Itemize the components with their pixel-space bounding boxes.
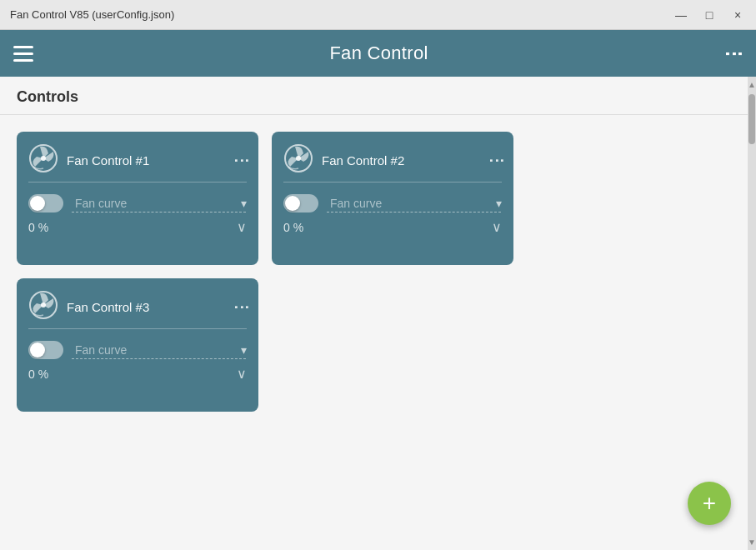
card-title-2: Fan Control #2: [322, 153, 482, 168]
fan-speed-icon-2: [283, 143, 313, 177]
content-wrapper: Controls Fan Control #1 ⋮ Fan curve ▾ 0 …: [0, 77, 756, 550]
app-header: Fan Control ⋮: [0, 30, 756, 77]
toggle-thumb-1: [30, 196, 45, 211]
scrollbar[interactable]: ▲ ▼: [748, 77, 756, 550]
toggle-thumb-2: [285, 196, 300, 211]
card-title-1: Fan Control #1: [67, 153, 227, 168]
toggle-switch-1[interactable]: [28, 194, 63, 212]
svg-point-3: [296, 156, 301, 161]
scroll-thumb-area: [748, 91, 756, 536]
fan-speed-icon-1: [28, 143, 58, 177]
title-bar: Fan Control V85 (userConfig.json) — □ ×: [0, 0, 756, 30]
app-title: Fan Control: [329, 42, 428, 64]
card-header-1: Fan Control #1 ⋮: [28, 143, 247, 182]
expand-button-3[interactable]: ∨: [237, 366, 247, 382]
add-control-button[interactable]: +: [688, 482, 731, 525]
card-control-row-2: Fan curve ▾: [283, 194, 502, 212]
toggle-thumb-3: [30, 342, 45, 358]
card-menu-button-3[interactable]: ⋮: [235, 298, 247, 315]
percent-value-2: 0 %: [283, 221, 303, 234]
percent-row-2: 0 % ∨: [283, 219, 502, 235]
toggle-switch-2[interactable]: [283, 194, 318, 212]
expand-button-2[interactable]: ∨: [492, 219, 502, 235]
scroll-up-arrow[interactable]: ▲: [746, 78, 756, 91]
card-menu-button-1[interactable]: ⋮: [235, 152, 247, 168]
card-menu-button-2[interactable]: ⋮: [490, 152, 502, 168]
svg-point-5: [41, 302, 46, 308]
dropdown-arrow-2: ▾: [496, 197, 502, 210]
fan-card-2: Fan Control #2 ⋮ Fan curve ▾ 0 % ∨: [272, 132, 513, 265]
fan-curve-select-1[interactable]: Fan curve: [72, 195, 246, 212]
scroll-area[interactable]: Controls Fan Control #1 ⋮ Fan curve ▾ 0 …: [0, 77, 748, 550]
fan-curve-select-2[interactable]: Fan curve: [327, 195, 501, 212]
card-header-2: Fan Control #2 ⋮: [283, 143, 502, 182]
dropdown-arrow-1: ▾: [241, 197, 247, 210]
fan-card-3: Fan Control #3 ⋮ Fan curve ▾ 0 % ∨: [17, 278, 258, 412]
percent-value-1: 0 %: [28, 221, 48, 234]
fan-curve-select-3[interactable]: Fan curve: [72, 342, 246, 359]
close-button[interactable]: ×: [729, 8, 746, 22]
window-title: Fan Control V85 (userConfig.json): [10, 8, 174, 21]
svg-point-1: [41, 156, 46, 161]
dropdown-arrow-3: ▾: [241, 343, 247, 357]
hamburger-line: [13, 46, 33, 48]
section-title: Controls: [0, 77, 748, 115]
fan-speed-icon-3: [28, 290, 58, 323]
card-control-row-3: Fan curve ▾: [28, 341, 247, 359]
toggle-switch-3[interactable]: [28, 341, 63, 359]
header-more-button[interactable]: ⋮: [724, 43, 743, 63]
minimize-button[interactable]: —: [673, 8, 689, 22]
maximize-button[interactable]: □: [701, 8, 718, 22]
percent-row-3: 0 % ∨: [28, 366, 247, 382]
main-content: Controls Fan Control #1 ⋮ Fan curve ▾ 0 …: [0, 77, 756, 550]
window-controls: — □ ×: [673, 8, 746, 22]
hamburger-line: [13, 59, 33, 62]
percent-value-3: 0 %: [28, 368, 48, 381]
card-control-row-1: Fan curve ▾: [28, 194, 247, 212]
card-title-3: Fan Control #3: [67, 300, 227, 314]
hamburger-line: [13, 52, 33, 55]
hamburger-menu-button[interactable]: [13, 46, 33, 62]
cards-grid: Fan Control #1 ⋮ Fan curve ▾ 0 % ∨ Fan C…: [0, 123, 748, 420]
fan-card-1: Fan Control #1 ⋮ Fan curve ▾ 0 % ∨: [17, 132, 258, 265]
percent-row-1: 0 % ∨: [28, 219, 247, 235]
fab-container: +: [688, 482, 731, 525]
scroll-thumb[interactable]: [748, 94, 755, 144]
scroll-down-arrow[interactable]: ▼: [746, 536, 756, 548]
card-header-3: Fan Control #3 ⋮: [28, 290, 247, 329]
expand-button-1[interactable]: ∨: [237, 219, 247, 235]
